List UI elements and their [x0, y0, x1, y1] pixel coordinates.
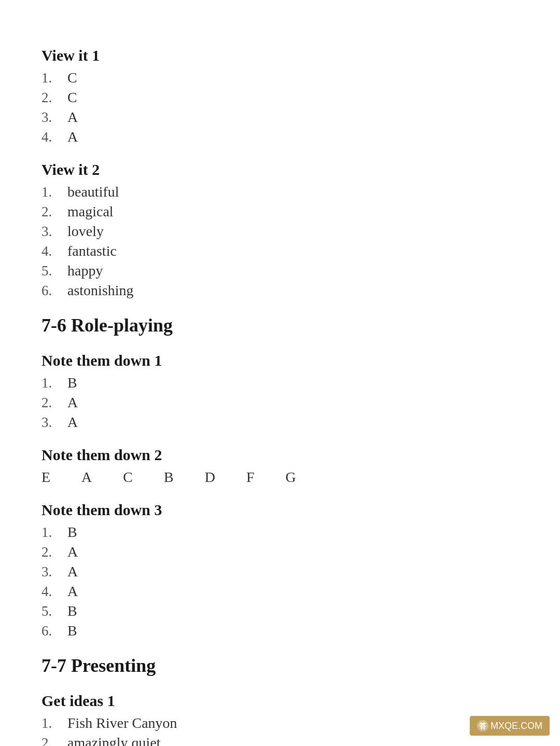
list-number: 1. [41, 524, 67, 541]
horizontal-item: E [41, 469, 50, 486]
section-view-it-2: View it 21.beautiful2.magical3.lovely4.f… [41, 161, 519, 299]
list-number: 2. [41, 90, 67, 106]
list-value: A [67, 583, 78, 600]
list-value: C [67, 89, 77, 106]
list-value: B [67, 375, 77, 391]
section-note-them-down-3: Note them down 31.B2.A3.A4.A5.B6.B [41, 501, 519, 639]
list-value: A [67, 129, 78, 145]
list-value: B [67, 524, 77, 541]
list-value: A [67, 394, 78, 411]
list-value: lovely [67, 223, 104, 240]
list-number: 1. [41, 70, 67, 86]
list-number: 6. [41, 623, 67, 639]
horizontal-item: D [205, 469, 215, 486]
list-item: 2.A [41, 394, 519, 411]
list-value: A [67, 414, 78, 431]
list-number: 1. [41, 184, 67, 200]
list-item: 2.A [41, 544, 519, 560]
list-number: 4. [41, 129, 67, 145]
list-value: fantastic [67, 243, 117, 259]
list-item: 3.A [41, 563, 519, 580]
list-number: 2. [41, 735, 67, 746]
list-item: 3.lovely [41, 223, 519, 240]
list-item: 1.beautiful [41, 184, 519, 200]
list-number: 4. [41, 584, 67, 600]
list-item: 5.B [41, 603, 519, 619]
list-number: 1. [41, 715, 67, 731]
list-item: 1.C [41, 70, 519, 86]
list-number: 3. [41, 109, 67, 126]
list-item: 2.magical [41, 203, 519, 220]
list-item: 4.fantastic [41, 243, 519, 259]
list-value: beautiful [67, 184, 119, 200]
list-item: 5.happy [41, 263, 519, 279]
section-get-ideas-1: Get ideas 11.Fish River Canyon2.amazingl… [41, 692, 519, 746]
list-number: 3. [41, 415, 67, 431]
horizontal-item: F [246, 469, 255, 486]
section-presenting: 7-7 Presenting [41, 655, 519, 676]
list-item: 2.C [41, 89, 519, 106]
list-item: 6.astonishing [41, 282, 519, 299]
title-view-it-2: View it 2 [41, 161, 519, 178]
list-value: A [67, 109, 78, 126]
list-value: astonishing [67, 282, 134, 299]
list-number: 1. [41, 375, 67, 391]
title-get-ideas-1: Get ideas 1 [41, 692, 519, 710]
list-item: 6.B [41, 623, 519, 639]
title-presenting: 7-7 Presenting [41, 655, 519, 676]
list-item: 1.Fish River Canyon [41, 715, 519, 731]
list-item: 2.amazingly quiet [41, 735, 519, 746]
title-note-them-down-1: Note them down 1 [41, 352, 519, 369]
title-note-them-down-2: Note them down 2 [41, 446, 519, 464]
list-value: magical [67, 203, 114, 220]
list-number: 2. [41, 544, 67, 560]
list-value: A [67, 563, 78, 580]
horizontal-item: G [286, 469, 296, 486]
list-value: happy [67, 263, 103, 279]
list-number: 2. [41, 395, 67, 411]
list-value: A [67, 544, 78, 560]
list-value: B [67, 623, 77, 639]
title-view-it-1: View it 1 [41, 47, 519, 64]
list-value: Fish River Canyon [67, 715, 177, 731]
list-item: 3.A [41, 414, 519, 431]
list-item: 3.A [41, 109, 519, 126]
title-note-them-down-3: Note them down 3 [41, 501, 519, 519]
list-item: 1.B [41, 375, 519, 391]
list-value: C [67, 70, 77, 86]
watermark-icon: 答 [477, 720, 488, 731]
watermark: 答 MXQE.COM [470, 716, 550, 736]
list-item: 4.A [41, 583, 519, 600]
list-item: 4.A [41, 129, 519, 145]
horizontal-item: B [164, 469, 174, 486]
section-note-them-down-2: Note them down 2EACBDFG [41, 446, 519, 486]
horizontal-item: A [81, 469, 92, 486]
list-number: 2. [41, 204, 67, 220]
page-content: View it 11.C2.C3.A4.AView it 21.beautifu… [41, 47, 519, 746]
horizontal-list: EACBDFG [41, 469, 519, 486]
list-number: 4. [41, 243, 67, 259]
watermark-text: MXQE.COM [491, 721, 542, 731]
list-value: B [67, 603, 77, 619]
list-number: 6. [41, 283, 67, 299]
section-role-playing: 7-6 Role-playing [41, 314, 519, 336]
list-number: 5. [41, 603, 67, 619]
horizontal-item: C [123, 469, 133, 486]
section-note-them-down-1: Note them down 11.B2.A3.A [41, 352, 519, 431]
list-item: 1.B [41, 524, 519, 541]
title-role-playing: 7-6 Role-playing [41, 314, 519, 336]
list-number: 5. [41, 263, 67, 279]
section-view-it-1: View it 11.C2.C3.A4.A [41, 47, 519, 145]
list-number: 3. [41, 224, 67, 240]
list-value: amazingly quiet [67, 735, 161, 746]
list-number: 3. [41, 564, 67, 580]
